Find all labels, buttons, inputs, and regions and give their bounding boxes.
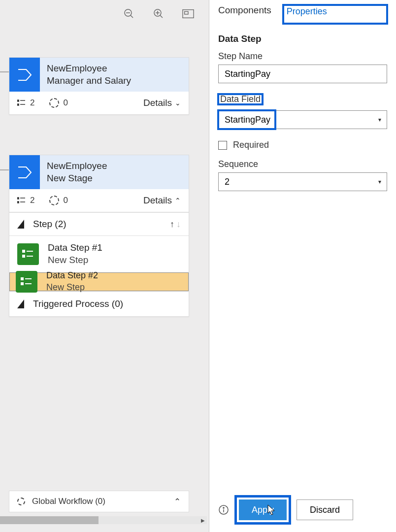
step-name-input[interactable] xyxy=(218,65,387,83)
required-checkbox-row[interactable]: Required xyxy=(218,140,387,150)
step-sub: New Step xyxy=(46,282,98,293)
scrollbar-thumb[interactable] xyxy=(0,516,99,524)
svg-rect-9 xyxy=(17,100,19,101)
stage-entity: NewEmployee xyxy=(47,160,107,172)
stage-expanded: Step (2) ↑ ↓ Data Step #1 New Step xyxy=(9,212,189,316)
svg-line-1 xyxy=(131,15,133,18)
dashed-circle-icon xyxy=(49,196,59,205)
step-label: Data Step #1 xyxy=(48,242,102,254)
stage-meta: 2 0 Details ⌃ xyxy=(9,189,189,212)
triangle-icon xyxy=(17,299,24,308)
cursor-icon xyxy=(267,504,276,515)
step-count: 2 xyxy=(17,196,34,205)
svg-point-26 xyxy=(223,507,224,508)
data-field-label: Data Field xyxy=(220,94,261,104)
step-count: 2 xyxy=(17,98,34,108)
step-item-1[interactable]: Data Step #1 New Step xyxy=(9,236,189,272)
stage-name: New Stage xyxy=(47,172,107,185)
stage-card-manager-salary[interactable]: NewEmployee Manager and Salary 2 0 Detai… xyxy=(9,57,189,115)
process-count: 0 xyxy=(49,196,67,205)
svg-rect-13 xyxy=(17,198,19,199)
zoom-out-icon[interactable] xyxy=(123,8,135,20)
panel-tabs: Components Properties xyxy=(209,0,396,31)
required-label: Required xyxy=(233,140,269,150)
sequence-select[interactable]: 2 xyxy=(218,172,387,191)
zoom-in-icon[interactable] xyxy=(153,8,165,20)
step-name-label: Step Name xyxy=(218,51,387,62)
steps-section-header[interactable]: Step (2) ↑ ↓ xyxy=(9,212,189,235)
stage-titles: NewEmployee Manager and Salary xyxy=(40,58,138,92)
stage-icon xyxy=(9,58,40,92)
svg-rect-15 xyxy=(17,201,19,203)
step-sub: New Step xyxy=(48,254,102,266)
data-field-select[interactable]: StartingPay xyxy=(218,110,387,129)
details-toggle[interactable]: Details ⌃ xyxy=(143,195,181,206)
dashed-circle-icon xyxy=(49,98,59,108)
triggered-process-row[interactable]: Triggered Process (0) xyxy=(9,291,189,316)
scroll-right-icon[interactable]: ▶ xyxy=(199,516,207,524)
global-workflow-bar[interactable]: Global Workflow (0) ⌃ xyxy=(9,491,189,512)
chevron-up-icon: ⌃ xyxy=(175,197,181,204)
move-down-icon[interactable]: ↓ xyxy=(176,219,181,230)
svg-rect-21 xyxy=(21,278,23,280)
dashed-circle-icon xyxy=(17,498,25,505)
svg-rect-8 xyxy=(185,11,188,14)
stage-card-new-stage[interactable]: NewEmployee New Stage 2 0 Details ⌃ xyxy=(9,155,189,317)
panel-footer: Apply Discard xyxy=(209,499,396,520)
horizontal-scrollbar[interactable]: ▶ xyxy=(0,516,207,524)
process-count: 0 xyxy=(49,98,67,108)
triangle-icon xyxy=(17,220,24,229)
data-step-icon xyxy=(17,243,39,265)
svg-rect-17 xyxy=(23,250,25,252)
fit-screen-icon[interactable] xyxy=(182,8,194,20)
svg-rect-23 xyxy=(21,283,23,285)
stage-meta: 2 0 Details ⌄ xyxy=(9,92,189,114)
panel-section-title: Data Step xyxy=(209,31,396,51)
stage-header: NewEmployee New Stage xyxy=(9,155,189,189)
canvas-toolbar xyxy=(123,8,194,20)
data-step-icon xyxy=(16,271,37,293)
sequence-label: Sequence xyxy=(218,159,387,169)
apply-button[interactable]: Apply xyxy=(239,499,287,520)
svg-line-4 xyxy=(160,15,163,18)
info-icon[interactable] xyxy=(218,504,229,515)
properties-panel: Components Properties Data Step Step Nam… xyxy=(209,0,396,532)
connector-line xyxy=(0,71,9,72)
connector-line xyxy=(0,169,9,170)
svg-rect-11 xyxy=(17,104,19,105)
chevron-up-icon: ⌃ xyxy=(174,497,181,507)
canvas-pane: NewEmployee Manager and Salary 2 0 Detai… xyxy=(0,0,209,532)
discard-button[interactable]: Discard xyxy=(297,499,353,520)
step-item-2[interactable]: Data Step #2 New Step xyxy=(9,272,189,291)
chevron-down-icon: ⌄ xyxy=(175,99,181,107)
svg-rect-19 xyxy=(23,255,25,257)
tab-properties[interactable]: Properties xyxy=(283,5,387,24)
stage-header: NewEmployee Manager and Salary xyxy=(9,58,189,92)
tab-components[interactable]: Components xyxy=(218,5,271,24)
step-label: Data Step #2 xyxy=(46,270,98,281)
move-up-icon[interactable]: ↑ xyxy=(170,219,174,230)
stage-titles: NewEmployee New Stage xyxy=(40,155,114,189)
required-checkbox[interactable] xyxy=(218,141,227,150)
stage-entity: NewEmployee xyxy=(47,63,131,75)
details-toggle[interactable]: Details ⌄ xyxy=(143,98,181,108)
stage-name: Manager and Salary xyxy=(47,75,131,87)
stage-icon xyxy=(9,155,40,189)
properties-form: Step Name Data Field StartingPay ▾ Requi… xyxy=(209,51,396,191)
